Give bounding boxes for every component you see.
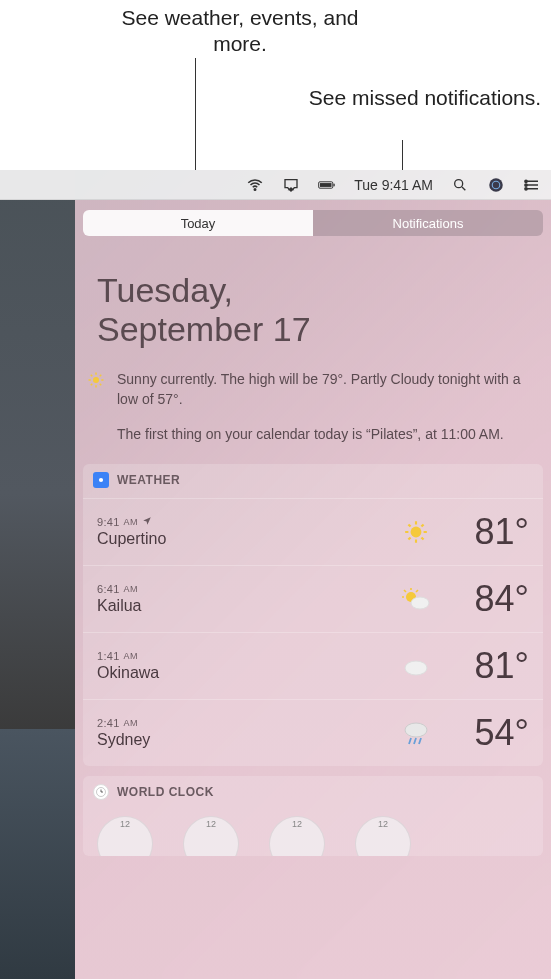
sun-icon [85,369,107,389]
weather-temp: 81° [434,645,529,687]
weather-temp: 54° [434,712,529,754]
weather-widget: WEATHER 9:41 AM Cupertino 81° [83,464,543,766]
weather-city: Okinawa [97,664,398,682]
callout-today: See weather, events, and more. [115,5,365,58]
svg-line-21 [91,384,93,386]
worldclock-widget: WORLD CLOCK 12 12 12 12 [83,776,543,856]
weather-ampm: AM [124,718,138,728]
svg-point-6 [489,178,503,192]
airplay-icon[interactable] [282,176,300,194]
worldclock-widget-title: WORLD CLOCK [117,785,214,799]
menubar-clock[interactable]: Tue 9:41 AM [354,177,433,193]
svg-point-12 [525,183,527,185]
weather-time: 1:41 [97,650,120,662]
weather-ampm: AM [124,584,138,594]
weather-time: 9:41 [97,516,120,528]
svg-line-37 [416,590,418,592]
date-line2: September 17 [97,310,529,349]
clock-app-icon [93,784,109,800]
weather-time: 6:41 [97,583,120,595]
weather-ampm: AM [124,517,138,527]
menubar: Tue 9:41 AM [0,170,551,200]
spotlight-icon[interactable] [451,176,469,194]
notification-center-icon[interactable] [523,176,541,194]
svg-rect-3 [334,183,335,186]
weather-row[interactable]: 6:41 AM Kailua 84° [83,565,543,632]
clock-face: 12 [355,816,411,856]
svg-line-30 [421,537,423,539]
svg-point-0 [254,188,256,190]
svg-line-22 [100,375,102,377]
svg-line-5 [462,187,465,190]
wallpaper-sea [0,729,75,979]
date-line1: Tuesday, [97,271,529,310]
siri-icon[interactable] [487,176,505,194]
clock-face: 12 [269,816,325,856]
svg-point-39 [405,661,427,675]
svg-point-40 [405,723,427,737]
notification-center-panel: Today Notifications Tuesday, September 1… [75,200,551,979]
sun-icon [398,519,434,545]
svg-line-36 [404,590,406,592]
weather-row[interactable]: 9:41 AM Cupertino 81° [83,498,543,565]
weather-temp: 84° [434,578,529,620]
svg-rect-2 [320,183,332,187]
weather-city: Cupertino [97,530,398,548]
weather-app-icon [93,472,109,488]
svg-point-24 [411,527,422,538]
svg-line-32 [421,524,423,526]
svg-line-43 [419,738,421,744]
svg-point-14 [93,377,99,383]
svg-line-31 [408,537,410,539]
tab-today[interactable]: Today [83,210,313,236]
weather-ampm: AM [124,651,138,661]
svg-line-42 [414,738,416,744]
svg-point-13 [525,187,527,189]
rain-icon [398,719,434,747]
panel-tabs: Today Notifications [83,210,543,236]
weather-city: Kailua [97,597,398,615]
svg-line-41 [409,738,411,744]
summary-weather: Sunny currently. The high will be 79°. P… [117,369,529,410]
weather-row[interactable]: 2:41 AM Sydney 54° [83,699,543,766]
date-heading: Tuesday, September 17 [97,271,529,349]
svg-point-11 [525,180,527,182]
location-arrow-icon [142,516,152,528]
sun-cloud-icon [398,587,434,611]
clock-face: 12 [183,816,239,856]
weather-widget-title: WEATHER [117,473,180,487]
svg-line-29 [408,524,410,526]
weather-row[interactable]: 1:41 AM Okinawa 81° [83,632,543,699]
svg-point-4 [455,179,463,187]
tab-notifications[interactable]: Notifications [313,210,543,236]
callout-notifications: See missed notifications. [300,85,550,111]
weather-temp: 81° [434,511,529,553]
weather-time: 2:41 [97,717,120,729]
svg-line-20 [100,384,102,386]
weather-city: Sydney [97,731,398,749]
wifi-icon[interactable] [246,176,264,194]
clock-face: 12 [97,816,153,856]
svg-line-19 [91,375,93,377]
summary-calendar: The first thing on your calendar today i… [117,424,529,444]
svg-point-23 [99,478,103,482]
battery-icon[interactable] [318,176,336,194]
cloud-icon [398,654,434,678]
svg-point-38 [411,597,429,609]
